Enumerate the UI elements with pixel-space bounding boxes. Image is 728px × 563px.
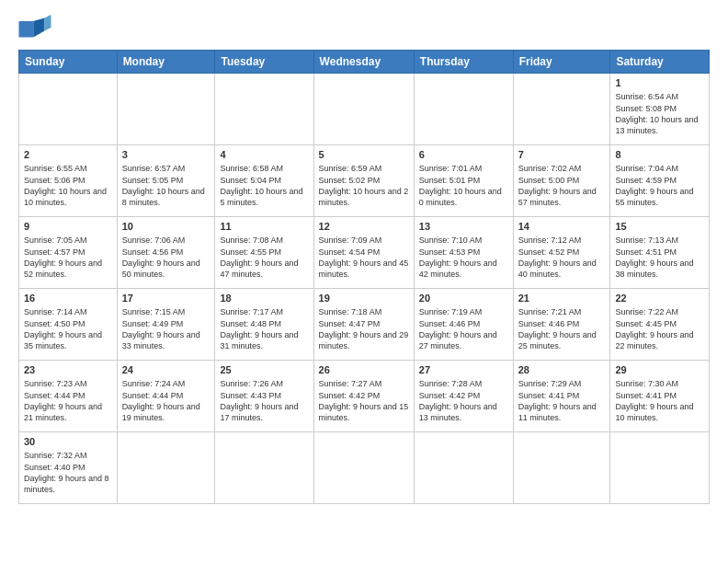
calendar-cell: 23Sunrise: 7:23 AM Sunset: 4:44 PM Dayli… <box>19 361 118 432</box>
day-number: 27 <box>419 363 508 377</box>
header <box>18 15 710 40</box>
day-number: 8 <box>615 148 704 162</box>
calendar-cell: 18Sunrise: 7:17 AM Sunset: 4:48 PM Dayli… <box>215 289 313 361</box>
day-info: Sunrise: 7:29 AM Sunset: 4:41 PM Dayligh… <box>518 378 606 423</box>
day-info: Sunrise: 6:59 AM Sunset: 5:02 PM Dayligh… <box>319 163 409 208</box>
calendar-cell: 7Sunrise: 7:02 AM Sunset: 5:00 PM Daylig… <box>513 145 610 217</box>
day-number: 2 <box>24 148 112 162</box>
calendar-cell <box>414 74 513 145</box>
calendar-cell: 21Sunrise: 7:21 AM Sunset: 4:46 PM Dayli… <box>513 289 610 361</box>
calendar-header-wednesday: Wednesday <box>313 51 414 74</box>
calendar-cell: 4Sunrise: 6:58 AM Sunset: 5:04 PM Daylig… <box>215 145 313 217</box>
svg-rect-0 <box>19 21 34 38</box>
day-info: Sunrise: 7:27 AM Sunset: 4:42 PM Dayligh… <box>319 378 409 423</box>
day-info: Sunrise: 7:06 AM Sunset: 4:56 PM Dayligh… <box>122 235 210 280</box>
day-info: Sunrise: 7:28 AM Sunset: 4:42 PM Dayligh… <box>419 378 508 423</box>
calendar-cell <box>117 74 215 145</box>
calendar-header-thursday: Thursday <box>414 51 513 74</box>
day-number: 4 <box>220 148 308 162</box>
day-number: 28 <box>518 363 606 377</box>
day-number: 13 <box>419 220 508 234</box>
day-info: Sunrise: 7:04 AM Sunset: 4:59 PM Dayligh… <box>615 163 704 208</box>
day-info: Sunrise: 7:09 AM Sunset: 4:54 PM Dayligh… <box>319 235 409 280</box>
calendar-week-3: 9Sunrise: 7:05 AM Sunset: 4:57 PM Daylig… <box>19 217 710 289</box>
svg-marker-1 <box>33 18 44 38</box>
day-number: 1 <box>615 76 704 90</box>
day-number: 6 <box>419 148 508 162</box>
day-info: Sunrise: 7:14 AM Sunset: 4:50 PM Dayligh… <box>24 306 112 351</box>
svg-marker-2 <box>45 15 51 31</box>
calendar-cell <box>313 74 414 145</box>
calendar-cell <box>215 74 313 145</box>
day-number: 16 <box>24 292 112 305</box>
page: SundayMondayTuesdayWednesdayThursdayFrid… <box>0 0 728 563</box>
day-number: 9 <box>24 220 112 234</box>
calendar-table: SundayMondayTuesdayWednesdayThursdayFrid… <box>18 50 710 504</box>
day-number: 5 <box>319 148 409 162</box>
day-info: Sunrise: 7:30 AM Sunset: 4:41 PM Dayligh… <box>615 378 704 423</box>
day-number: 30 <box>24 435 112 449</box>
calendar-cell: 11Sunrise: 7:08 AM Sunset: 4:55 PM Dayli… <box>215 217 313 289</box>
day-number: 11 <box>220 220 308 234</box>
calendar-header-tuesday: Tuesday <box>215 51 313 74</box>
calendar-header-friday: Friday <box>513 51 610 74</box>
day-number: 14 <box>518 220 606 234</box>
day-number: 15 <box>615 220 704 234</box>
calendar-cell <box>117 432 215 504</box>
calendar-cell: 14Sunrise: 7:12 AM Sunset: 4:52 PM Dayli… <box>513 217 610 289</box>
day-number: 19 <box>319 292 409 305</box>
calendar-cell: 1Sunrise: 6:54 AM Sunset: 5:08 PM Daylig… <box>610 74 710 145</box>
day-number: 23 <box>24 363 112 377</box>
day-info: Sunrise: 6:54 AM Sunset: 5:08 PM Dayligh… <box>615 91 704 136</box>
calendar-week-2: 2Sunrise: 6:55 AM Sunset: 5:06 PM Daylig… <box>19 145 710 217</box>
day-info: Sunrise: 7:13 AM Sunset: 4:51 PM Dayligh… <box>615 235 704 280</box>
day-info: Sunrise: 7:21 AM Sunset: 4:46 PM Dayligh… <box>518 306 606 351</box>
calendar-header-sunday: Sunday <box>19 51 118 74</box>
calendar-cell <box>19 74 118 145</box>
calendar-week-4: 16Sunrise: 7:14 AM Sunset: 4:50 PM Dayli… <box>19 289 710 361</box>
day-number: 24 <box>122 363 210 377</box>
calendar-cell: 20Sunrise: 7:19 AM Sunset: 4:46 PM Dayli… <box>414 289 513 361</box>
calendar-cell: 16Sunrise: 7:14 AM Sunset: 4:50 PM Dayli… <box>19 289 118 361</box>
calendar-cell <box>215 432 313 504</box>
calendar-cell: 19Sunrise: 7:18 AM Sunset: 4:47 PM Dayli… <box>313 289 414 361</box>
day-info: Sunrise: 6:57 AM Sunset: 5:05 PM Dayligh… <box>122 163 210 208</box>
day-info: Sunrise: 7:10 AM Sunset: 4:53 PM Dayligh… <box>419 235 508 280</box>
calendar-cell: 10Sunrise: 7:06 AM Sunset: 4:56 PM Dayli… <box>117 217 215 289</box>
calendar-cell: 22Sunrise: 7:22 AM Sunset: 4:45 PM Dayli… <box>610 289 710 361</box>
day-info: Sunrise: 7:02 AM Sunset: 5:00 PM Dayligh… <box>518 163 606 208</box>
day-number: 10 <box>122 220 210 234</box>
day-number: 29 <box>615 363 704 377</box>
calendar-cell <box>610 432 710 504</box>
calendar-cell: 9Sunrise: 7:05 AM Sunset: 4:57 PM Daylig… <box>19 217 118 289</box>
calendar-cell: 26Sunrise: 7:27 AM Sunset: 4:42 PM Dayli… <box>313 361 414 432</box>
calendar-cell: 15Sunrise: 7:13 AM Sunset: 4:51 PM Dayli… <box>610 217 710 289</box>
calendar-cell <box>513 74 610 145</box>
day-number: 20 <box>419 292 508 305</box>
day-number: 18 <box>220 292 308 305</box>
calendar-cell: 12Sunrise: 7:09 AM Sunset: 4:54 PM Dayli… <box>313 217 414 289</box>
calendar-header-saturday: Saturday <box>610 51 710 74</box>
calendar-cell: 5Sunrise: 6:59 AM Sunset: 5:02 PM Daylig… <box>313 145 414 217</box>
calendar-header-monday: Monday <box>117 51 215 74</box>
calendar-cell: 28Sunrise: 7:29 AM Sunset: 4:41 PM Dayli… <box>513 361 610 432</box>
calendar-week-5: 23Sunrise: 7:23 AM Sunset: 4:44 PM Dayli… <box>19 361 710 432</box>
day-info: Sunrise: 7:17 AM Sunset: 4:48 PM Dayligh… <box>220 306 308 351</box>
calendar-cell: 3Sunrise: 6:57 AM Sunset: 5:05 PM Daylig… <box>117 145 215 217</box>
calendar-cell <box>513 432 610 504</box>
day-number: 21 <box>518 292 606 305</box>
calendar-week-1: 1Sunrise: 6:54 AM Sunset: 5:08 PM Daylig… <box>19 74 710 145</box>
calendar-cell: 25Sunrise: 7:26 AM Sunset: 4:43 PM Dayli… <box>215 361 313 432</box>
calendar-cell: 17Sunrise: 7:15 AM Sunset: 4:49 PM Dayli… <box>117 289 215 361</box>
day-info: Sunrise: 7:15 AM Sunset: 4:49 PM Dayligh… <box>122 306 210 351</box>
day-info: Sunrise: 6:58 AM Sunset: 5:04 PM Dayligh… <box>220 163 308 208</box>
calendar-cell <box>313 432 414 504</box>
calendar-cell: 27Sunrise: 7:28 AM Sunset: 4:42 PM Dayli… <box>414 361 513 432</box>
day-info: Sunrise: 7:19 AM Sunset: 4:46 PM Dayligh… <box>419 306 508 351</box>
calendar-week-6: 30Sunrise: 7:32 AM Sunset: 4:40 PM Dayli… <box>19 432 710 504</box>
calendar-cell: 24Sunrise: 7:24 AM Sunset: 4:44 PM Dayli… <box>117 361 215 432</box>
day-number: 22 <box>615 292 704 305</box>
day-info: Sunrise: 7:18 AM Sunset: 4:47 PM Dayligh… <box>319 306 409 351</box>
day-info: Sunrise: 7:22 AM Sunset: 4:45 PM Dayligh… <box>615 306 704 351</box>
logo <box>18 15 55 40</box>
